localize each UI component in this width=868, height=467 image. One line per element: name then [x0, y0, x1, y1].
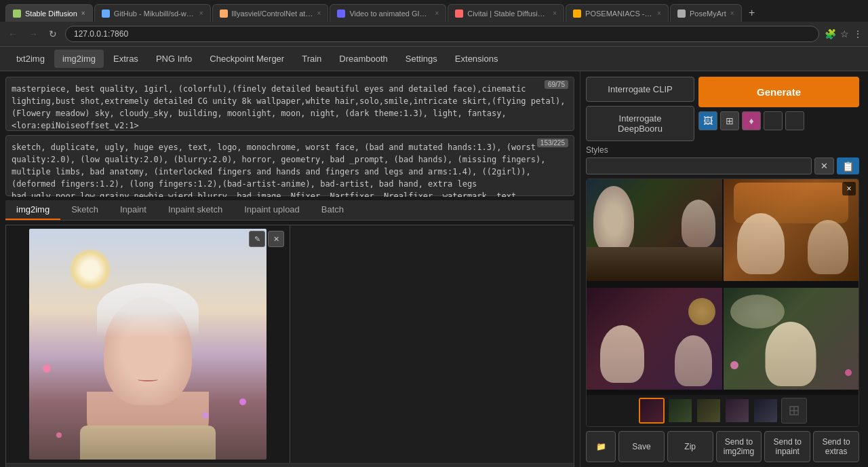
generate-button[interactable]: Generate: [698, 77, 859, 107]
thumb-placeholder[interactable]: [781, 398, 807, 424]
menu-icon[interactable]: ⋮: [853, 29, 863, 39]
favicon: [455, 10, 463, 18]
nav-img2img[interactable]: img2img: [54, 50, 104, 68]
clear-image-btn[interactable]: ✕: [268, 231, 284, 247]
tab-inpaint[interactable]: Inpaint: [109, 200, 157, 220]
favicon: [337, 10, 345, 18]
thumb-5[interactable]: [753, 398, 778, 424]
save-btn[interactable]: Save: [618, 431, 665, 462]
styles-clear-btn[interactable]: ✕: [814, 157, 834, 174]
tab-civitai[interactable]: Civitai | Stable Diffusion models... ×: [448, 4, 564, 22]
style-icon-blue[interactable]: 🖼: [698, 111, 717, 130]
negative-prompt-input[interactable]: sketch, duplicate, ugly, huge eyes, text…: [6, 136, 574, 197]
send-to-inpaint-btn[interactable]: Send to inpaint: [764, 431, 810, 462]
style-icon-pink[interactable]: ♦: [742, 111, 761, 130]
output-close-btn[interactable]: ×: [842, 182, 856, 195]
zip-btn[interactable]: Zip: [667, 431, 713, 462]
browser-chrome: Stable Diffusion × GitHub - Mikubill/sd-…: [0, 0, 868, 47]
generate-section: Generate 🖼 ⊞ ♦: [698, 77, 859, 141]
tab-sketch[interactable]: Sketch: [60, 200, 109, 220]
nav-dreambooth[interactable]: Dreambooth: [331, 50, 396, 68]
favicon: [102, 10, 110, 18]
tab-close-btn[interactable]: ×: [657, 10, 661, 17]
style-icon-dark2[interactable]: [785, 111, 804, 130]
favicon: [13, 10, 21, 18]
new-tab-button[interactable]: +: [743, 4, 761, 22]
nav-train[interactable]: Train: [294, 50, 330, 68]
img2img-tab-bar: img2img Sketch Inpaint Inpaint sketch In…: [5, 200, 574, 221]
tab-label: GitHub - Mikubill/sd-webui-co...: [114, 10, 195, 18]
tab-bar: Stable Diffusion × GitHub - Mikubill/sd-…: [0, 0, 868, 22]
copy-to-row: Copy image to: img2img sketch inpaint in…: [6, 463, 574, 467]
main-layout: masterpiece, best quality, 1girl, (color…: [0, 71, 868, 467]
tab-posemaniacs[interactable]: POSEMANIACS - Royalty free 3... ×: [566, 4, 669, 22]
thumb-1[interactable]: [639, 398, 665, 424]
tab-controlnet[interactable]: lllyasviel/ControlNet at main ×: [212, 4, 329, 22]
nav-txt2img[interactable]: txt2img: [8, 50, 53, 68]
positive-prompt-input[interactable]: masterpiece, best quality, 1girl, (color…: [6, 77, 574, 132]
favicon: [677, 10, 686, 18]
tab-close-btn[interactable]: ×: [730, 10, 734, 17]
img-tools: ✎ ✕: [249, 231, 284, 247]
img-upload-area: ✎ ✕: [6, 225, 574, 463]
forward-button[interactable]: →: [26, 27, 41, 41]
send-to-img2img-btn[interactable]: Send to img2img: [716, 431, 762, 462]
nav-png-info[interactable]: PNG Info: [148, 50, 200, 68]
browser-actions: 🧩 ☆ ⋮: [825, 29, 863, 39]
tab-label: Civitai | Stable Diffusion models...: [467, 10, 549, 18]
tab-close-btn[interactable]: ×: [199, 10, 203, 17]
thumb-4[interactable]: [724, 398, 750, 424]
output-image-grid: [587, 179, 859, 395]
tab-close-btn[interactable]: ×: [435, 10, 439, 17]
nav-extensions[interactable]: Extensions: [447, 50, 507, 68]
style-icon-grid[interactable]: ⊞: [720, 111, 739, 130]
tab-close-btn[interactable]: ×: [317, 10, 321, 17]
tab-inpaint-sketch[interactable]: Inpaint sketch: [157, 200, 233, 220]
extensions-icon[interactable]: 🧩: [825, 29, 836, 39]
tab-github[interactable]: GitHub - Mikubill/sd-webui-co... ×: [94, 4, 211, 22]
tab-label: POSEMANIACS - Royalty free 3...: [585, 10, 653, 18]
style-icon-dark1[interactable]: [764, 111, 783, 130]
source-image-area[interactable]: ✎ ✕: [6, 225, 290, 463]
styles-paste-btn[interactable]: 📋: [837, 157, 859, 174]
thumb-3[interactable]: [696, 398, 722, 424]
output-image-4: [724, 288, 859, 390]
thumb-2[interactable]: [667, 398, 693, 424]
tab-stable-diffusion[interactable]: Stable Diffusion ×: [5, 4, 93, 22]
positive-token-count: 69/75: [545, 80, 568, 89]
nav-checkpoint-merger[interactable]: Checkpoint Merger: [201, 50, 292, 68]
styles-input-row: ✕ 📋: [586, 157, 859, 174]
img-right-area: [290, 225, 574, 463]
back-button[interactable]: ←: [5, 27, 20, 41]
edit-image-btn[interactable]: ✎: [249, 231, 265, 247]
send-to-extras-btn[interactable]: Send to extras: [813, 431, 859, 462]
nav-settings[interactable]: Settings: [397, 50, 446, 68]
interrogate-clip-btn[interactable]: Interrogate CLIP: [586, 77, 694, 102]
tab-batch[interactable]: Batch: [311, 200, 355, 220]
tab-label: lllyasviel/ControlNet at main: [232, 10, 313, 18]
output-section: ×: [586, 179, 859, 427]
tab-inpaint-upload[interactable]: Inpaint upload: [233, 200, 311, 220]
tab-label: PoseMyArt: [690, 10, 726, 18]
styles-input[interactable]: [586, 157, 812, 174]
tab-gif[interactable]: Video to animated GIF converter ×: [330, 4, 446, 22]
nav-extras[interactable]: Extras: [105, 50, 146, 68]
output-image-1: [587, 179, 722, 281]
favicon: [220, 10, 228, 18]
action-buttons-row: 📁 Save Zip Send to img2img Send to inpai…: [586, 431, 859, 462]
interrogate-deepbooru-btn[interactable]: Interrogate DeepBooru: [586, 106, 694, 141]
url-input[interactable]: 127.0.0.1:7860: [65, 26, 819, 42]
tab-close-btn[interactable]: ×: [553, 10, 557, 17]
output-image-2: [724, 179, 859, 281]
left-panel: masterpiece, best quality, 1girl, (color…: [0, 71, 580, 467]
style-icons-row: 🖼 ⊞ ♦: [698, 111, 859, 130]
tab-label: Stable Diffusion: [25, 10, 77, 18]
tab-close-btn[interactable]: ×: [81, 10, 85, 17]
folder-btn[interactable]: 📁: [586, 431, 616, 462]
bookmark-icon[interactable]: ☆: [840, 29, 849, 39]
tab-posemyart[interactable]: PoseMyArt ×: [670, 4, 742, 22]
reload-button[interactable]: ↻: [46, 27, 60, 41]
tab-img2img[interactable]: img2img: [5, 200, 60, 220]
interrogate-buttons: Interrogate CLIP Interrogate DeepBooru: [586, 77, 694, 141]
img-upload-panel: ✎ ✕ Copy image to: img2img sketch inpain…: [5, 225, 574, 467]
